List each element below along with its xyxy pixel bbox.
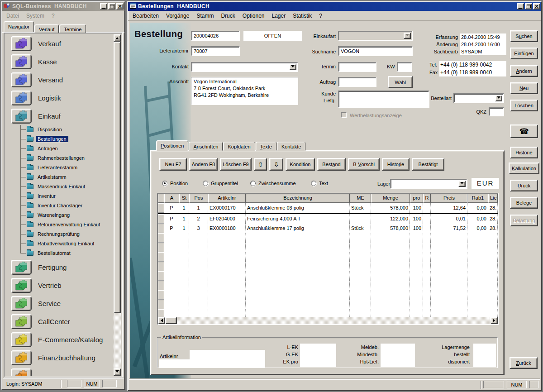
column-header-artikelnr[interactable]: Artikelnr — [208, 194, 246, 203]
table-row[interactable]: P13EX0000180Anschlußklemme 17 poligStück… — [158, 224, 498, 233]
historie-button[interactable]: Historie — [510, 147, 538, 158]
menu--[interactable]: ? — [48, 11, 58, 20]
bestellart-combobox[interactable] — [453, 93, 504, 103]
auftrag-field[interactable] — [338, 77, 376, 87]
puzzle-icon[interactable] — [11, 350, 32, 365]
puzzle-icon[interactable] — [11, 36, 32, 51]
maximize-icon[interactable] — [108, 3, 115, 10]
sidebar-item-anfragen[interactable]: Anfragen — [5, 144, 114, 153]
nav-module-finanzbuchhaltung[interactable]: Finanzbuchhaltung — [5, 349, 114, 367]
table-row[interactable]: P12EF0204000Feinsicherung 4,000 A T122,0… — [158, 214, 498, 224]
menu-druck[interactable]: Druck — [217, 11, 238, 20]
column-header-pos[interactable]: Pos — [189, 194, 208, 203]
menu-bearbeiten[interactable]: Bearbeiten — [129, 11, 162, 20]
historie-button[interactable]: Historie — [382, 158, 410, 171]
l-schen-f9-button[interactable]: Löschen F9 — [220, 158, 252, 171]
anschrift-field[interactable]: Vogon International 7-8 Forest Court, Oa… — [191, 77, 298, 105]
sidebar-item-rechnungspr-fung[interactable]: Rechnungsprüfung — [5, 229, 114, 239]
column-header-me[interactable]: ME — [350, 194, 371, 203]
radio-text[interactable]: Text — [311, 180, 328, 186]
suchname-field[interactable]: VOGON — [338, 46, 413, 56]
belege-button[interactable]: Belege — [510, 197, 538, 209]
puzzle-icon[interactable] — [11, 278, 32, 293]
row-header[interactable] — [158, 224, 164, 233]
zurueck-button[interactable]: Zurück — [510, 357, 538, 369]
column-header-bezeichnung[interactable]: Bezeichnung — [246, 194, 350, 203]
main-titlebar[interactable]: Bestellungen HANDBUCH × — [128, 2, 541, 11]
tab-kopfdaten[interactable]: Kopfdaten — [223, 142, 255, 151]
tab-termine[interactable]: Termine — [59, 24, 86, 33]
maximize-icon[interactable] — [525, 3, 532, 10]
lieferantennr-field[interactable]: 70007 — [191, 46, 240, 56]
scroll-left-icon[interactable] — [158, 317, 165, 324]
chevron-down-icon[interactable] — [495, 95, 502, 101]
scrollbar-track[interactable] — [177, 317, 491, 324]
tab-navigator[interactable]: Navigator — [4, 21, 34, 32]
menu-stamm[interactable]: Stamm — [193, 11, 217, 20]
row-header[interactable] — [158, 300, 164, 309]
einf-gen-button[interactable]: Einfügen — [510, 48, 538, 59]
nav-module-logistik[interactable]: Logistik — [5, 89, 114, 107]
nav-module-versand[interactable]: Versand — [5, 71, 114, 89]
puzzle-icon[interactable] — [11, 332, 32, 347]
sidebar-item-artikelstamm[interactable]: Artikelstamm — [5, 172, 114, 182]
sidebar-item-retourenverwaltung-einkauf[interactable]: Retourenverwaltung Einkauf — [5, 220, 114, 229]
row-header[interactable] — [158, 252, 164, 262]
sidebar-item-bestellautomat[interactable]: Bestellautomat — [5, 249, 114, 258]
druck-button[interactable]: Druck — [510, 180, 538, 191]
sidebar-item-disposition[interactable]: Disposition — [5, 125, 114, 134]
best-tigt-button[interactable]: Bestätigt — [412, 158, 444, 171]
close-icon[interactable]: × — [116, 3, 124, 10]
menu-datei[interactable]: Datei — [3, 11, 23, 20]
nav-module-fertigung[interactable]: Fertigung — [5, 258, 114, 276]
scroll-right-icon[interactable] — [491, 317, 498, 324]
move-down-button[interactable]: ⇩ — [269, 158, 283, 171]
scrollbar-thumb[interactable] — [165, 317, 177, 324]
kalkulation-button[interactable]: Kalkulation — [509, 163, 539, 174]
-ndern-f8-button[interactable]: Ändern F8 — [189, 158, 218, 171]
puzzle-icon[interactable] — [11, 91, 32, 105]
minimize-icon[interactable] — [517, 3, 524, 10]
qkz-field[interactable] — [489, 107, 504, 116]
column-header-rowselector[interactable] — [158, 194, 164, 203]
nav-module-kasse[interactable]: Kasse — [5, 53, 114, 71]
termin-field[interactable] — [338, 62, 376, 72]
kontakt-combobox[interactable]: Mrs. Mortingale — [191, 62, 298, 72]
-ndern-button[interactable]: Ändern — [510, 65, 538, 77]
lager-combobox[interactable]: 1 Hauptlager — [390, 179, 467, 189]
sidebar-item-massendruck-einkauf[interactable]: Massendruck Einkauf — [5, 182, 114, 191]
kw-field[interactable] — [397, 62, 412, 72]
column-header-lie[interactable]: Lie — [488, 194, 498, 203]
scroll-up-icon[interactable] — [114, 34, 121, 42]
nav-module-service[interactable]: Service — [5, 294, 114, 312]
nav-module-e-commerce-katalog[interactable]: E-Commerce/Katalog — [5, 330, 114, 349]
column-header-menge[interactable]: Menge — [371, 194, 410, 203]
puzzle-icon[interactable] — [11, 109, 32, 124]
chevron-down-icon[interactable] — [458, 181, 466, 187]
nav-module-einkauf[interactable]: Einkauf — [5, 107, 114, 125]
neu-button[interactable]: Neu — [510, 82, 538, 94]
navigator-scrollbar[interactable] — [114, 34, 121, 376]
column-header-preis[interactable]: Preis — [431, 194, 467, 203]
sidebar-item-inventur[interactable]: Inventur — [5, 191, 114, 201]
column-header-rab1[interactable]: Rab1 — [467, 194, 488, 203]
tab-anschriften[interactable]: Anschriften — [189, 142, 223, 151]
positions-grid[interactable]: AStPosArtikelnrBezeichnungMEMengeproRPre… — [157, 193, 499, 325]
puzzle-icon[interactable] — [11, 72, 32, 87]
row-header[interactable] — [158, 281, 164, 290]
radio-zwischensumme[interactable]: Zwischensumme — [250, 180, 296, 186]
column-header-a[interactable]: A — [164, 194, 179, 203]
scrollbar-track[interactable] — [114, 313, 121, 368]
kunde-liefg-field[interactable] — [338, 91, 429, 108]
row-header[interactable] — [158, 262, 164, 271]
scrollbar-thumb[interactable] — [114, 42, 121, 313]
tab-positionen[interactable]: Positionen — [156, 140, 188, 151]
puzzle-icon[interactable] — [11, 296, 32, 311]
sidebar-item-rabattverwaltung-einkauf[interactable]: Rabattverwaltung Einkauf — [5, 239, 114, 249]
scroll-down-icon[interactable] — [114, 368, 121, 376]
bestellnummer-field[interactable]: 200004026 — [191, 31, 240, 41]
l-schen-button[interactable]: Löschen — [510, 100, 538, 111]
radio-gruppentitel[interactable]: Gruppentitel — [203, 180, 238, 186]
menu-optionen[interactable]: Optionen — [239, 11, 268, 20]
bestand-button[interactable]: Bestand — [317, 158, 346, 171]
